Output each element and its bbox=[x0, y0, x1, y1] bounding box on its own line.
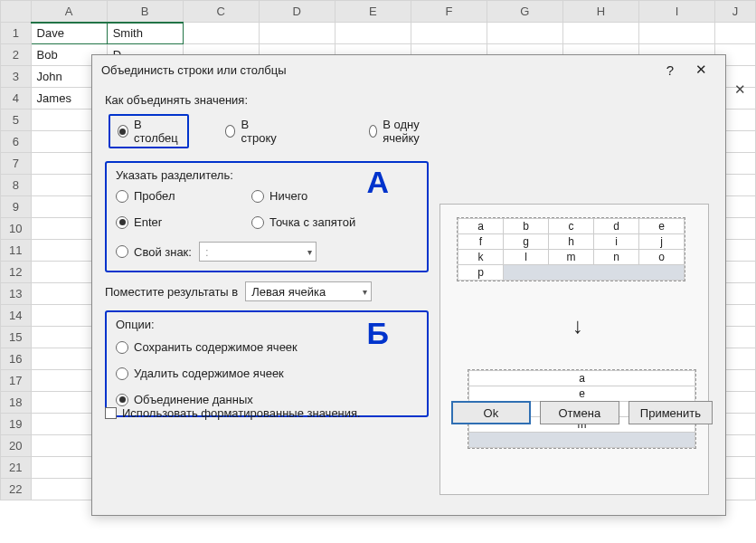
arrow-down-icon: ↓ bbox=[572, 313, 583, 338]
radio-sep-custom[interactable]: Свой знак: bbox=[116, 245, 192, 259]
row-header[interactable]: 3 bbox=[1, 66, 32, 88]
custom-separator-input[interactable]: : ▾ bbox=[199, 242, 317, 262]
col-header[interactable]: F bbox=[411, 1, 487, 23]
row-header[interactable]: 5 bbox=[1, 110, 32, 131]
cell[interactable]: Smith bbox=[107, 23, 183, 44]
col-header[interactable]: H bbox=[562, 1, 638, 23]
row-header[interactable]: 12 bbox=[1, 262, 32, 283]
col-header[interactable]: E bbox=[335, 1, 411, 23]
row-header[interactable]: 9 bbox=[1, 196, 32, 218]
ok-button[interactable]: Ok bbox=[451, 401, 531, 424]
cell[interactable]: Dave bbox=[31, 23, 107, 44]
radio-label: Свой знак: bbox=[134, 245, 192, 259]
close-icon[interactable]: ✕ bbox=[685, 58, 716, 81]
checkbox-label: Использовать форматированные значения. bbox=[122, 406, 361, 420]
radio-sep-space[interactable]: Пробел bbox=[116, 189, 251, 203]
row-header[interactable]: 6 bbox=[1, 131, 32, 153]
radio-sep-nothing[interactable]: Ничего bbox=[251, 189, 432, 203]
row-header[interactable]: 10 bbox=[1, 218, 32, 240]
corner-cell[interactable] bbox=[1, 1, 32, 23]
custom-separator-value: : bbox=[205, 245, 209, 259]
cell[interactable] bbox=[487, 23, 562, 44]
row-header[interactable]: 4 bbox=[1, 88, 32, 110]
cell[interactable] bbox=[183, 23, 259, 44]
preview-source-table: abcde fghij klmno p bbox=[457, 217, 685, 281]
col-header[interactable]: B bbox=[107, 1, 183, 23]
row-header[interactable]: 19 bbox=[1, 414, 32, 435]
row-header[interactable]: 1 bbox=[1, 23, 32, 44]
radio-label: Ничего bbox=[269, 189, 307, 203]
checkbox-use-formatted[interactable]: Использовать форматированные значения. bbox=[105, 406, 361, 420]
separator-group: А Указать разделитель: Пробел Ничего Ent… bbox=[105, 161, 429, 272]
cell[interactable] bbox=[411, 23, 487, 44]
radio-merge-cell[interactable]: В одну ячейку bbox=[369, 118, 429, 145]
row-header[interactable]: 8 bbox=[1, 175, 32, 196]
col-header[interactable]: J bbox=[715, 1, 756, 23]
radio-icon bbox=[369, 125, 377, 138]
annotation-letter-a: А bbox=[366, 165, 389, 200]
col-header[interactable]: C bbox=[183, 1, 259, 23]
row-header[interactable]: 17 bbox=[1, 370, 32, 392]
row-header[interactable]: 20 bbox=[1, 435, 32, 457]
col-header[interactable]: G bbox=[487, 1, 562, 23]
radio-sep-semicolon[interactable]: Точка с запятой bbox=[251, 215, 432, 229]
help-button[interactable]: ? bbox=[655, 58, 685, 81]
apply-button[interactable]: Применить bbox=[628, 401, 713, 424]
radio-option-clear[interactable]: Удалить содержимое ячеек bbox=[116, 367, 418, 380]
cell[interactable] bbox=[259, 23, 335, 44]
radio-label: Сохранить содержимое ячеек bbox=[134, 340, 298, 354]
cell[interactable] bbox=[715, 23, 756, 44]
radio-merge-row[interactable]: В строку bbox=[225, 118, 279, 145]
col-header[interactable]: I bbox=[638, 1, 714, 23]
radio-label: В строку bbox=[241, 118, 279, 145]
row-header[interactable]: 14 bbox=[1, 305, 32, 327]
cell[interactable] bbox=[562, 23, 638, 44]
row-header[interactable]: 7 bbox=[1, 153, 32, 175]
row-header[interactable]: 16 bbox=[1, 348, 32, 370]
preview-panel: abcde fghij klmno p ↓ a e i m bbox=[439, 204, 709, 495]
radio-label: В одну ячейку bbox=[383, 118, 429, 145]
row-header[interactable]: 21 bbox=[1, 457, 32, 479]
cell[interactable] bbox=[335, 23, 411, 44]
row-header[interactable]: 11 bbox=[1, 240, 32, 262]
result-location-value: Левая ячейка bbox=[251, 285, 326, 299]
cell[interactable] bbox=[638, 23, 714, 44]
radio-icon bbox=[225, 125, 236, 138]
chevron-down-icon: ▾ bbox=[363, 287, 367, 297]
row-header[interactable]: 22 bbox=[1, 479, 32, 500]
row-header[interactable]: 18 bbox=[1, 392, 32, 414]
dialog-titlebar: Объединисть строки или столбцы ? ✕ bbox=[92, 55, 725, 84]
row-header[interactable]: 15 bbox=[1, 327, 32, 348]
radio-merge-column[interactable]: В столбец bbox=[109, 114, 189, 148]
checkbox-icon bbox=[105, 407, 117, 419]
radio-label: В столбец bbox=[134, 118, 180, 145]
result-label: Поместите результаты в bbox=[105, 285, 238, 299]
col-header[interactable]: D bbox=[259, 1, 335, 23]
col-header[interactable]: A bbox=[31, 1, 107, 23]
radio-label: Точка с запятой bbox=[269, 215, 355, 229]
cancel-button[interactable]: Отмена bbox=[540, 401, 619, 424]
background-close-icon[interactable]: ✕ bbox=[727, 80, 752, 100]
radio-label: Удалить содержимое ячеек bbox=[134, 367, 284, 380]
how-label: Как объединять значения: bbox=[105, 93, 429, 107]
radio-label: Пробел bbox=[134, 189, 175, 203]
merge-dialog: Объединисть строки или столбцы ? ✕ Как о… bbox=[91, 54, 726, 516]
dialog-title: Объединисть строки или столбцы bbox=[101, 63, 655, 77]
result-location-select[interactable]: Левая ячейка ▾ bbox=[245, 281, 372, 301]
row-header[interactable]: 2 bbox=[1, 44, 32, 66]
radio-icon bbox=[118, 125, 128, 138]
chevron-down-icon: ▾ bbox=[307, 247, 312, 257]
radio-label: Enter bbox=[134, 215, 162, 229]
row-header[interactable]: 13 bbox=[1, 283, 32, 305]
annotation-letter-b: Б bbox=[367, 316, 389, 351]
radio-sep-enter[interactable]: Enter bbox=[116, 215, 251, 229]
